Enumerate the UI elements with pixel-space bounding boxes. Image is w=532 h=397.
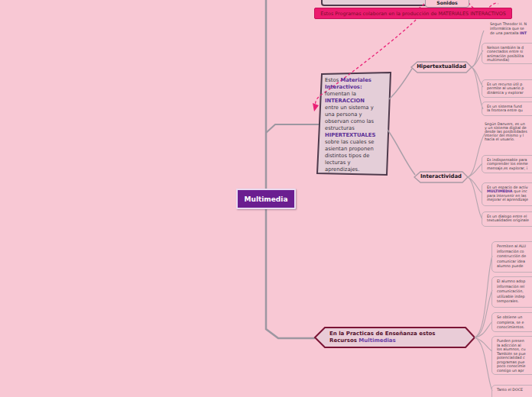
hiper-fan-lines <box>472 31 484 109</box>
text-line: consigo un apr <box>497 369 532 373</box>
text-line: hacia el usuario. <box>485 138 527 142</box>
text-line: Interactivos: <box>325 84 389 91</box>
text-line: HIPERTEXTUALES <box>325 132 389 139</box>
interactividad-child-2[interactable]: Es un espacio de activMULTIMEDIA que inc… <box>482 182 532 206</box>
practicas-child-2[interactable]: Se obtiene uncompleta, se econocimientos… <box>491 312 532 332</box>
text-line: mejorar el aprendizaje <box>487 198 532 202</box>
link-box-interactividad <box>388 130 415 175</box>
banner-materiales-interactivos[interactable]: Estos Programas colaboran en la producci… <box>314 8 512 19</box>
highlight-text: MULTIMEDIA <box>487 189 513 193</box>
main-box-text[interactable]: Estos MaterialesInteractivos:fomentan la… <box>325 77 389 173</box>
hipertextualidad-child-2[interactable]: Es un recurso útil ppermite al usuario p… <box>482 79 532 98</box>
hipertextualidad-child-1[interactable]: Nelson también la dconectados entre sían… <box>482 43 532 64</box>
text-line: multimedia) <box>487 58 532 62</box>
text-line: INTERACCION <box>325 98 389 105</box>
text-line: Recursos Multimedias <box>329 337 435 344</box>
node-interactividad[interactable]: Interactividad <box>413 173 469 179</box>
branch-main-box-line <box>266 124 327 133</box>
text-line: fomentan la <box>325 91 389 98</box>
inter-fan-lines <box>468 134 485 219</box>
link-box-hipertextualidad <box>389 69 412 99</box>
text-line: dinámica y explorar <box>487 91 532 95</box>
text-line: observan como las <box>325 118 389 125</box>
text-line: Estos Materiales <box>325 77 389 84</box>
practicas-child-3[interactable]: Pueden presenla adicción allos alumnos, … <box>491 336 532 375</box>
text-line: textualidades originale <box>487 218 532 222</box>
text-line: alumno puede <box>497 264 532 270</box>
center-node-multimedia[interactable]: Multimedia <box>236 189 296 209</box>
interactividad-child-1[interactable]: Es indispensable paracomprender los elem… <box>482 155 532 173</box>
hipertextualidad-child-3[interactable]: Es un sistema fundla frontera entre qu <box>482 102 532 116</box>
text-line: una persona y <box>325 111 389 118</box>
text-line: lecturas y <box>325 160 389 166</box>
highlight-text: INT <box>520 31 527 35</box>
practicas-child-4[interactable]: Tanto el DOCE <box>491 385 532 397</box>
text-line: aprendizajes. <box>325 166 389 173</box>
node-sonidos[interactable]: Sonidos <box>425 0 469 8</box>
highlight-text: Multimedias <box>358 337 395 344</box>
text-line: conocimientos. <box>497 325 532 331</box>
text-line: mensaje,es explorar, i <box>487 166 532 170</box>
text-line: distintos tipos de <box>325 153 389 160</box>
interactividad-child-0[interactable]: Según Danvers, es uny un sistema digital… <box>485 123 527 142</box>
practicas-fan-lines <box>475 256 492 391</box>
practicas-child-0[interactable]: Permiten al ALUinformación coconstrucció… <box>491 241 532 273</box>
text-line: asientan proponen <box>325 146 389 153</box>
text-line: estructuras <box>325 125 389 132</box>
interactividad-child-3[interactable]: Es un dialogo entre eltextualidades orig… <box>482 211 532 227</box>
text-line: temporales. <box>497 299 532 305</box>
highlight-text: HIPERTEXTUALES <box>325 132 375 138</box>
text-line: de una pantalla INT <box>490 31 527 36</box>
text-line: sobre las cuales se <box>325 139 389 146</box>
highlight-text: Interactivos: <box>325 84 362 90</box>
hipertextualidad-child-0[interactable]: Segun Theodor H. Ninformática que sede u… <box>490 22 527 36</box>
trunk-line <box>266 0 315 338</box>
node-hipertextualidad[interactable]: Hipertextualidad <box>411 63 472 69</box>
node-practicas[interactable]: En la Practicas de Enseñanza estosRecurs… <box>329 331 435 344</box>
text-line: entre un sistema y <box>325 105 389 111</box>
dashed-arrowhead <box>313 103 319 111</box>
text-line: En la Practicas de Enseñanza estos <box>329 331 435 337</box>
text-line: la frontera entre qu <box>487 108 532 112</box>
text-line: Tanto el DOCE <box>497 388 532 393</box>
practicas-child-1[interactable]: El alumno adopinformación relcomunicació… <box>491 276 532 308</box>
highlight-text: INTERACCION <box>325 98 365 104</box>
highlight-text: Materiales <box>340 77 371 83</box>
mindmap-canvas: Sonidos Estos Programas colaboran en la … <box>0 0 532 397</box>
